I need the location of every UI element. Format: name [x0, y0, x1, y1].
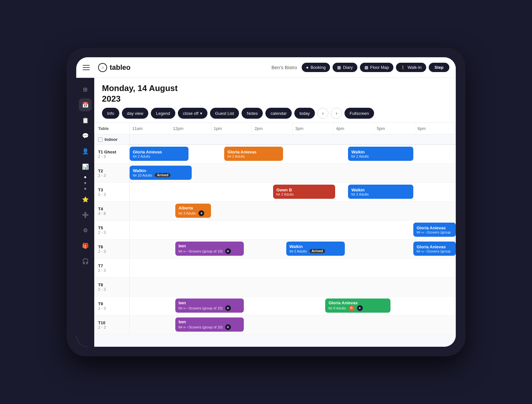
step-button[interactable]: Step [429, 63, 449, 72]
fullscreen-button[interactable]: Fullscreen [344, 108, 374, 119]
t7-capacity: 2 - 3 [98, 268, 125, 273]
sidebar-dot-1 [84, 176, 86, 178]
sidebar-item-user[interactable]: 👤 [79, 145, 92, 158]
tablet-frame: ○ tableo Ben's Bistro ● Booking ▦ Diary … [67, 48, 465, 356]
booking-block[interactable]: ben 🍽∞ ~3covers (group of 10) ★ [175, 242, 244, 256]
sidebar-item-support[interactable]: 🎧 [79, 255, 92, 268]
arrived-badge: Arrived [155, 173, 170, 177]
time-2pm: 2pm [252, 123, 293, 134]
booking-block[interactable]: Walkin 🍽10 Adults Arrived [130, 166, 192, 180]
main-body: ⊞ 📅 📋 💬 👤 📊 ⭐ ➕ ⚙ 🎁 🎧 [76, 78, 456, 347]
indoor-text: Indoor [105, 137, 117, 142]
close-off-button[interactable]: close off ▾ [178, 108, 207, 119]
notes-button[interactable]: Notes [242, 108, 263, 119]
booking-block[interactable]: Gloria Anievas 🍽8 Adults 🔔★ [325, 298, 390, 313]
t7-name: T7 [98, 263, 125, 268]
booking-block[interactable]: Walkin 🍽2 Adults [348, 147, 413, 161]
table-name-t1: T1 Ghost 2 - 3 [94, 145, 130, 163]
sidebar-item-diary[interactable]: 📅 [79, 98, 92, 111]
calendar-button[interactable]: calendar [265, 108, 292, 119]
time-5pm: 5pm [374, 123, 415, 134]
t2-timeline: Walkin 🍽10 Adults Arrived [130, 164, 456, 182]
table-row-t2: T2 2 - 3 Walkin 🍽10 Adults Arrived [94, 164, 456, 183]
sidebar-item-gifts[interactable]: 🎁 [79, 239, 92, 252]
table-column-header: Table [94, 123, 130, 134]
calendar-table: Table 11am 12pm 1pm 2pm 3pm 4pm 5pm 6pm [94, 123, 456, 335]
sidebar-item-chat[interactable]: 💬 [79, 129, 92, 142]
diary-icon: ▦ [337, 65, 341, 70]
next-nav-button[interactable]: › [331, 108, 342, 119]
bell-badge: 🔔 [349, 305, 354, 311]
floor-map-pill[interactable]: ▦ Floor Map [360, 63, 394, 72]
booking-block[interactable]: Gloria Anievas 🍽∞ ~2covers (group [413, 223, 456, 237]
booking-block[interactable]: ben 🍽∞ ~3covers (group of 10) ★ [175, 317, 244, 332]
t2-capacity: 2 - 3 [98, 173, 125, 178]
indoor-section-header: Indoor [94, 134, 456, 145]
indoor-checkbox[interactable] [98, 137, 103, 142]
toolbar: Info day view Legend close off ▾ Guest L… [102, 108, 448, 119]
booking-block[interactable]: ben 🍽∞ ~3covers (group of 10) ★ [175, 298, 244, 313]
hamburger-button[interactable] [83, 62, 94, 73]
booking-block[interactable]: Walkin 🍽2 Adults [348, 185, 413, 199]
t10-capacity: 2 - 3 [98, 325, 125, 330]
table-row-t1: T1 Ghost 2 - 3 Gloria Anievas 🍽2 Adults … [94, 145, 456, 164]
tablet-screen: ○ tableo Ben's Bistro ● Booking ▦ Diary … [76, 57, 456, 347]
calendar-area[interactable]: Table 11am 12pm 1pm 2pm 3pm 4pm 5pm 6pm [94, 123, 456, 347]
booking-pill[interactable]: ● Booking [302, 63, 330, 72]
sidebar: ⊞ 📅 📋 💬 👤 📊 ⭐ ➕ ⚙ 🎁 🎧 [76, 78, 94, 347]
sidebar-item-grid[interactable]: ⊞ [79, 83, 92, 96]
booking-block[interactable]: Gwen B 🍽2 Adults [273, 185, 335, 199]
legend-button[interactable]: Legend [151, 108, 175, 119]
page-title: Monday, 14 August 2023 [102, 83, 448, 104]
sidebar-item-settings[interactable]: ⚙ [79, 224, 92, 237]
walkin-pill[interactable]: 🚶 Walk-In [396, 63, 426, 72]
t6-name: T6 [98, 244, 125, 249]
t6-capacity: 2 - 3 [98, 249, 125, 254]
sidebar-item-analytics[interactable]: 📊 [79, 160, 92, 173]
t6-timeline: ben 🍽∞ ~3covers (group of 10) ★ Walkin 🍽… [130, 240, 456, 258]
sidebar-item-add[interactable]: ➕ [79, 208, 92, 221]
walkin-label: Walk-In [408, 65, 422, 70]
table-name-t4: T4 4 - 8 [94, 202, 130, 220]
star-badge: ★ [357, 305, 363, 311]
t4-capacity: 4 - 8 [98, 211, 125, 216]
close-off-dropdown-icon: ▾ [200, 111, 202, 116]
diary-pill[interactable]: ▦ Diary [333, 63, 357, 72]
t10-name: T10 [98, 320, 125, 325]
table-row-t10: T10 2 - 3 ben 🍽∞ ~3covers (group of 10) … [94, 316, 456, 335]
app-logo: ○ tableo [98, 63, 131, 72]
sidebar-item-list[interactable]: 📋 [79, 114, 92, 127]
day-view-button[interactable]: day view [122, 108, 149, 119]
content-area: Monday, 14 August 2023 Info day view Leg… [94, 78, 456, 347]
table-name-t3: T3 2 - 3 [94, 183, 130, 201]
table-name-t8: T8 2 - 3 [94, 278, 130, 296]
info-button[interactable]: Info [102, 108, 119, 119]
t7-timeline [130, 259, 456, 277]
sidebar-item-favorites[interactable]: ⭐ [79, 193, 92, 206]
booking-block[interactable]: Gloria Anievas 🍽2 Adults [130, 147, 188, 161]
time-12pm: 12pm [170, 123, 211, 134]
logo-icon: ○ [98, 63, 107, 72]
indoor-label: Indoor [94, 134, 130, 144]
table-name-t2: T2 2 - 3 [94, 164, 130, 182]
diary-label: Diary [343, 65, 353, 70]
star-badge: ★ [198, 210, 204, 216]
prev-nav-button[interactable]: ‹ [317, 108, 328, 119]
t1-capacity: 2 - 3 [98, 154, 125, 159]
time-header-row: Table 11am 12pm 1pm 2pm 3pm 4pm 5pm 6pm [94, 123, 456, 134]
booking-label: Booking [310, 65, 326, 70]
today-button[interactable]: today [294, 108, 315, 119]
content-header: Monday, 14 August 2023 Info day view Leg… [94, 78, 456, 123]
t3-timeline: Gwen B 🍽2 Adults Walkin 🍽2 Adults [130, 183, 456, 201]
booking-block[interactable]: Gloria Anievas 🍽∞ ~2covers (group [413, 242, 456, 256]
floor-map-icon: ▦ [364, 65, 368, 70]
t1-name: T1 Ghost [98, 150, 125, 154]
table-name-t6: T6 2 - 3 [94, 240, 130, 258]
star-badge: ★ [225, 324, 231, 330]
guest-list-button[interactable]: Guest List [210, 108, 239, 119]
booking-block[interactable]: Alberta 🍽3 Adults ★ [175, 204, 211, 218]
time-11am: 11am [130, 123, 170, 134]
t3-capacity: 2 - 3 [98, 192, 125, 197]
booking-block[interactable]: Walkin 🍽2 Adults Arrived [286, 242, 345, 256]
booking-block[interactable]: Gloria Anievas 🍽2 Adults [224, 147, 283, 161]
